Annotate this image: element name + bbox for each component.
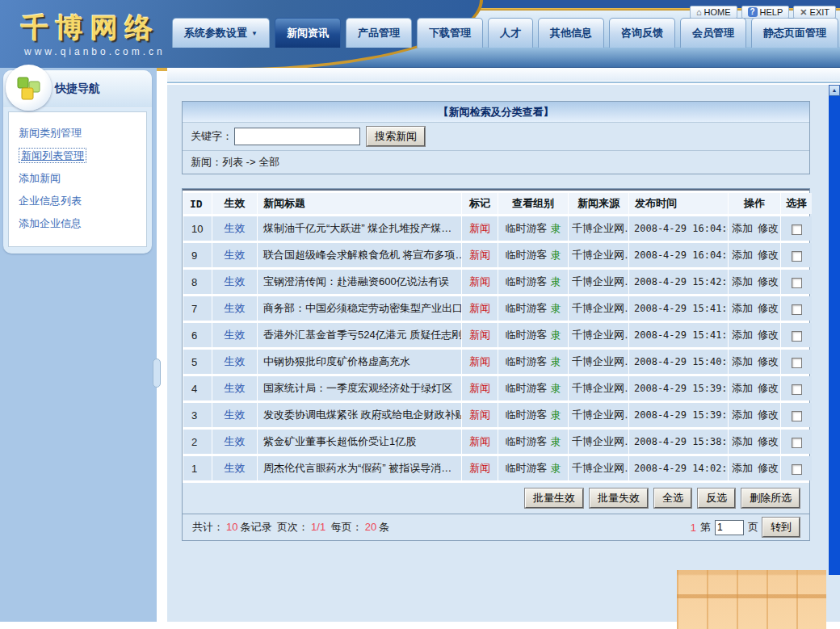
status-link[interactable]: 生效 bbox=[225, 275, 246, 287]
action-edit-link[interactable]: 修改 bbox=[758, 355, 779, 367]
row-checkbox[interactable] bbox=[792, 411, 802, 421]
cell-select bbox=[781, 350, 812, 374]
action-edit-link[interactable]: 修改 bbox=[758, 435, 779, 447]
stats-per-prefix: 每页： bbox=[331, 521, 363, 533]
cell-news-title: 国家统计局：一季度宏观经济处于绿灯区 bbox=[258, 376, 461, 400]
cell-news-title: 周杰伦代言眼药水为“假药” 被指误导消… bbox=[258, 456, 461, 480]
cell-publish-time: 2008-4-29 15:39:54 bbox=[629, 376, 728, 400]
action-edit-link[interactable]: 修改 bbox=[758, 302, 779, 314]
invert-selection-button[interactable]: 反选 bbox=[698, 489, 735, 508]
cell-id: 8 bbox=[183, 270, 212, 294]
row-checkbox[interactable] bbox=[792, 358, 802, 368]
search-news-button[interactable]: 搜索新闻 bbox=[367, 127, 425, 146]
action-edit-link[interactable]: 修改 bbox=[758, 382, 779, 394]
row-checkbox[interactable] bbox=[792, 304, 802, 315]
action-edit-link[interactable]: 修改 bbox=[758, 329, 779, 341]
row-checkbox[interactable] bbox=[792, 278, 802, 288]
toplink-help[interactable]: ?HELP bbox=[741, 6, 790, 19]
row-checkbox[interactable] bbox=[792, 331, 802, 342]
cell-source: 千博企业网… bbox=[569, 296, 628, 321]
status-link[interactable]: 生效 bbox=[225, 355, 246, 367]
page-input[interactable] bbox=[715, 520, 744, 535]
table-row: 2生效紫金矿业董事长超低价受让1亿股新闻临时游客隶千博企业网…2008-4-29… bbox=[183, 430, 812, 454]
column-header: 生效 bbox=[212, 193, 257, 214]
action-add-link[interactable]: 添加 bbox=[732, 302, 753, 314]
go-button[interactable]: 转到 bbox=[762, 518, 800, 537]
help-icon: ? bbox=[748, 7, 758, 17]
action-add-link[interactable]: 添加 bbox=[732, 249, 753, 261]
cell-news-title: 煤制油千亿元“大跃进” 煤企扎堆投产煤… bbox=[258, 216, 461, 241]
toplink-exit[interactable]: ✕EXIT bbox=[793, 6, 836, 19]
cell-publish-time: 2008-4-29 15:42:38 bbox=[629, 270, 728, 294]
tab-downloads[interactable]: 下载管理 bbox=[417, 18, 483, 48]
sidebar-item-label: 添加新闻 bbox=[19, 172, 61, 184]
group-mark: 隶 bbox=[551, 222, 561, 234]
cell-status: 生效 bbox=[212, 456, 257, 480]
status-link[interactable]: 生效 bbox=[225, 435, 246, 447]
sidebar-item-news-category-mgmt[interactable]: 新闻类别管理 bbox=[9, 122, 146, 145]
row-checkbox[interactable] bbox=[792, 251, 802, 262]
brand-url: www.qianbo.com.cn bbox=[24, 46, 166, 57]
tab-members[interactable]: 会员管理 bbox=[680, 18, 746, 48]
action-edit-link[interactable]: 修改 bbox=[758, 275, 779, 287]
cell-publish-time: 2008-4-29 15:38:29 bbox=[629, 430, 728, 454]
row-checkbox[interactable] bbox=[792, 384, 802, 395]
scrollbar-track[interactable] bbox=[829, 96, 840, 575]
tab-other-info[interactable]: 其他信息 bbox=[538, 18, 604, 48]
cell-id: 7 bbox=[183, 296, 212, 321]
action-edit-link[interactable]: 修改 bbox=[758, 249, 779, 261]
status-link[interactable]: 生效 bbox=[225, 462, 246, 474]
batch-disable-button[interactable]: 批量失效 bbox=[590, 489, 648, 508]
status-link[interactable]: 生效 bbox=[225, 222, 246, 234]
status-link[interactable]: 生效 bbox=[225, 409, 246, 421]
status-link[interactable]: 生效 bbox=[225, 329, 246, 341]
sidebar-splitter-grip[interactable] bbox=[153, 359, 161, 388]
tab-feedback[interactable]: 咨询反馈 bbox=[609, 18, 675, 48]
sidebar-item-news-list-mgmt[interactable]: 新闻列表管理 bbox=[9, 145, 146, 167]
action-add-link[interactable]: 添加 bbox=[732, 409, 753, 421]
select-all-button[interactable]: 全选 bbox=[654, 489, 691, 508]
action-add-link[interactable]: 添加 bbox=[732, 275, 753, 287]
tab-label: 下载管理 bbox=[429, 27, 471, 39]
sidebar-item-add-news[interactable]: 添加新闻 bbox=[9, 167, 146, 190]
action-edit-link[interactable]: 修改 bbox=[758, 222, 779, 234]
cell-select bbox=[781, 216, 812, 241]
exit-icon: ✕ bbox=[800, 8, 807, 17]
action-add-link[interactable]: 添加 bbox=[732, 222, 753, 234]
cell-group: 临时游客隶 bbox=[498, 350, 568, 374]
tab-system-params[interactable]: 系统参数设置▼ bbox=[172, 18, 270, 48]
row-checkbox[interactable] bbox=[792, 438, 802, 448]
cell-publish-time: 2008-4-29 15:39:22 bbox=[629, 403, 728, 427]
sidebar-item-company-info-list[interactable]: 企业信息列表 bbox=[9, 190, 146, 212]
tab-news[interactable]: 新闻资讯 bbox=[275, 18, 341, 48]
batch-enable-button[interactable]: 批量生效 bbox=[525, 489, 583, 508]
status-link[interactable]: 生效 bbox=[225, 382, 246, 394]
filter-breadcrumb: 新闻：列表 -> 全部 bbox=[183, 151, 809, 174]
row-checkbox[interactable] bbox=[792, 224, 802, 235]
action-add-link[interactable]: 添加 bbox=[732, 462, 753, 474]
stats-pages: 1/1 bbox=[311, 521, 326, 533]
action-add-link[interactable]: 添加 bbox=[732, 329, 753, 341]
toplink-home[interactable]: ⌂HOME bbox=[690, 6, 737, 19]
keyword-input[interactable] bbox=[234, 128, 360, 145]
delete-selected-button[interactable]: 删除所选 bbox=[741, 489, 800, 508]
status-link[interactable]: 生效 bbox=[225, 302, 246, 314]
tab-products[interactable]: 产品管理 bbox=[346, 18, 412, 48]
action-add-link[interactable]: 添加 bbox=[732, 435, 753, 447]
cell-select bbox=[781, 323, 812, 347]
action-edit-link[interactable]: 修改 bbox=[758, 409, 779, 421]
action-edit-link[interactable]: 修改 bbox=[758, 462, 779, 474]
cell-id: 1 bbox=[183, 456, 212, 480]
sidebar-item-add-company-info[interactable]: 添加企业信息 bbox=[9, 212, 146, 235]
action-add-link[interactable]: 添加 bbox=[732, 355, 753, 367]
row-checkbox[interactable] bbox=[792, 464, 802, 475]
group-mark: 隶 bbox=[551, 249, 561, 261]
scroll-up-icon[interactable]: ▲ bbox=[829, 85, 840, 96]
tab-hr[interactable]: 人才 bbox=[488, 18, 533, 48]
table-row: 4生效国家统计局：一季度宏观经济处于绿灯区新闻临时游客隶千博企业网…2008-4… bbox=[183, 376, 812, 400]
cell-id: 10 bbox=[183, 216, 212, 241]
tab-static-pages[interactable]: 静态页面管理 bbox=[751, 18, 838, 48]
cell-news-title: 香港外汇基金首季亏524亿港元 质疑任志刚… bbox=[258, 323, 461, 347]
action-add-link[interactable]: 添加 bbox=[732, 382, 753, 394]
status-link[interactable]: 生效 bbox=[225, 249, 246, 261]
